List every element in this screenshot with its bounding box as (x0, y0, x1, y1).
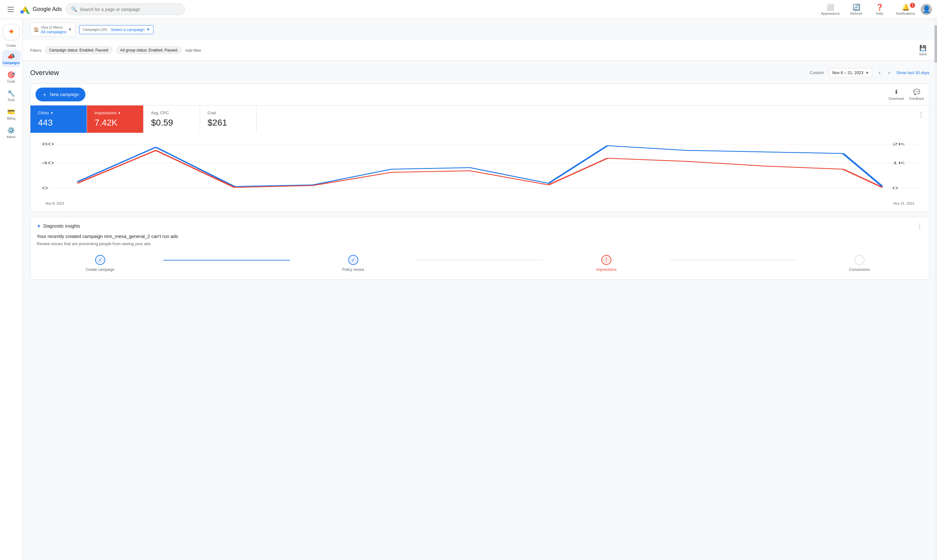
diagnostic-desc: Review issues that are preventing people… (37, 242, 923, 246)
diagnostic-card: ✦ Diagnostic insights ⋮ Your recently cr… (30, 217, 929, 280)
diagnostic-title-row: ✦ Diagnostic insights (37, 223, 80, 229)
custom-label: Custom (810, 70, 824, 75)
billing-icon: 💳 (7, 108, 15, 115)
date-dropdown-arrow-icon: ▼ (865, 71, 869, 75)
sidebar-item-campaigns[interactable]: 📣 Campaigns (2, 50, 21, 67)
chart-end-label: Nov 21, 2023 (894, 202, 914, 205)
date-next-button[interactable]: › (887, 68, 891, 77)
svg-text:2K: 2K (892, 142, 905, 146)
empty-metric (257, 105, 913, 133)
step-create: ✓ Create campaign (37, 255, 163, 272)
diagnostic-headline: Your recently created campaign rem_mesa_… (37, 234, 923, 239)
search-icon: 🔍 (71, 6, 77, 12)
view-dropdown[interactable]: 🏠 View (2 filters) All campaigns ▼ (30, 23, 75, 36)
search-input[interactable] (80, 7, 180, 12)
sidebar-item-goals[interactable]: 🎯 Goals (2, 68, 21, 86)
chart-start-label: Nov 8, 2023 (46, 202, 64, 205)
feedback-icon: 💬 (913, 89, 920, 95)
campaign-dropdown-arrow-icon: ▼ (146, 27, 150, 32)
goals-icon: 🎯 (7, 71, 15, 78)
date-prev-button[interactable]: ‹ (877, 68, 882, 77)
diagnostic-more-button[interactable]: ⋮ (917, 222, 923, 230)
diagnostic-sparkle-icon: ✦ (37, 223, 41, 229)
overview-controls: Custom Nov 8 – 21, 2023 ▼ ‹ › Show last … (810, 68, 929, 77)
svg-text:0: 0 (892, 186, 898, 190)
svg-text:1K: 1K (892, 161, 905, 165)
scrollbar-thumb[interactable] (934, 25, 937, 63)
view-dropdown-arrow-icon: ▼ (68, 27, 72, 32)
clicks-dropdown-icon[interactable]: ▾ (51, 111, 53, 115)
overview-card: ＋ New campaign ⬇ Download 💬 Feedback (30, 83, 929, 212)
top-nav-right: ⬜ Appearance 🔄 Refresh ❓ Help 🔔 1 Notifi… (817, 1, 932, 18)
overview-area: Overview Custom Nov 8 – 21, 2023 ▼ ‹ › S… (23, 61, 937, 287)
metrics-more-button[interactable]: ⋮ (918, 111, 924, 118)
clicks-metric: Clicks ▾ 443 (31, 105, 87, 133)
step-connector-2 (416, 260, 543, 260)
logo[interactable]: Google Ads (20, 5, 62, 14)
avatar[interactable]: 👤 (921, 4, 932, 15)
date-range-dropdown[interactable]: Nov 8 – 21, 2023 ▼ (829, 68, 872, 77)
progress-steps: ✓ Create campaign ✓ Policy review ! Impr… (37, 252, 923, 274)
refresh-button[interactable]: 🔄 Refresh (845, 1, 867, 18)
appearance-icon: ⬜ (826, 3, 834, 11)
chart-container: 80 40 0 2K 1K 0 Nov 8, 2023 Nov 21, 2023 (31, 133, 929, 212)
save-icon: 💾 (919, 45, 926, 51)
admin-icon: ⚙️ (7, 126, 15, 134)
show-30-days-link[interactable]: Show last 30 days (896, 70, 929, 75)
menu-button[interactable] (5, 5, 16, 14)
appearance-button[interactable]: ⬜ Appearance (817, 1, 844, 18)
help-button[interactable]: ❓ Help (869, 1, 891, 18)
sidebar-item-admin[interactable]: ⚙️ Admin (2, 124, 21, 141)
feedback-button[interactable]: 💬 Feedback (909, 89, 924, 100)
campaign-dropdown[interactable]: Campaigns (20) Select a campaign ▼ (79, 25, 154, 34)
metrics-more: ⋮ (913, 105, 929, 133)
step-policy-label: Policy review (342, 268, 364, 272)
create-plus-icon: ✦ (8, 28, 14, 36)
metrics-row: Clicks ▾ 443 Impressions ▾ 7.42K Avg. CP… (31, 105, 929, 133)
filter-bar: Filters Campaign status: Enabled, Paused… (23, 40, 937, 61)
search-box[interactable]: 🔍 (66, 3, 185, 15)
filters-label: Filters (30, 48, 41, 53)
adgroup-status-chip[interactable]: Ad group status: Enabled, Paused (116, 46, 182, 54)
download-button[interactable]: ⬇ Download (889, 89, 904, 100)
step-policy: ✓ Policy review (290, 255, 416, 272)
overview-title: Overview (30, 69, 59, 77)
step-create-circle: ✓ (95, 255, 105, 265)
main-content: 🏠 View (2 filters) All campaigns ▼ Campa… (23, 19, 937, 560)
chart-labels: Nov 8, 2023 Nov 21, 2023 (38, 202, 922, 209)
refresh-icon: 🔄 (852, 3, 860, 11)
step-conversions-circle (854, 255, 865, 265)
step-conversions: Conversions (796, 255, 923, 272)
impressions-dropdown-icon[interactable]: ▾ (118, 111, 120, 115)
bell-icon: 🔔 (902, 3, 910, 11)
diagnostic-body: Your recently created campaign rem_mesa_… (31, 234, 929, 279)
google-ads-logo-icon (20, 5, 30, 14)
step-conversions-label: Conversions (849, 268, 870, 272)
notification-badge: 1 (910, 3, 915, 8)
sidebar-item-tools[interactable]: 🔧 Tools (2, 87, 21, 104)
svg-text:0: 0 (42, 186, 48, 190)
impressions-metric: Impressions ▾ 7.42K (87, 105, 143, 133)
overview-header: Overview Custom Nov 8 – 21, 2023 ▼ ‹ › S… (30, 68, 929, 77)
campaign-status-chip[interactable]: Campaign status: Enabled, Paused (45, 46, 112, 54)
tools-icon: 🔧 (7, 89, 15, 97)
help-icon: ❓ (876, 3, 884, 11)
sidebar: ✦ Create 📣 Campaigns 🎯 Goals 🔧 Tools 💳 B… (0, 19, 23, 560)
save-button[interactable]: 💾 Save (917, 43, 929, 57)
logo-text: Google Ads (33, 6, 62, 12)
create-button[interactable]: ✦ (3, 24, 20, 40)
notifications-button[interactable]: 🔔 1 Notifications (892, 1, 919, 18)
scrollbar (934, 19, 937, 560)
house-icon: 🏠 (34, 27, 39, 32)
step-impressions: ! Impressions (543, 255, 670, 272)
diagnostic-title: Diagnostic insights (43, 223, 80, 229)
new-campaign-button[interactable]: ＋ New campaign (35, 88, 85, 102)
plus-icon: ＋ (42, 91, 48, 98)
svg-text:80: 80 (42, 142, 54, 146)
add-filter-button[interactable]: Add filter (185, 48, 201, 53)
avg-cpc-metric: Avg. CPC $0.59 (143, 105, 200, 133)
performance-chart: 80 40 0 2K 1K 0 (38, 138, 922, 201)
sidebar-item-billing[interactable]: 💳 Billing (2, 105, 21, 123)
svg-point-0 (20, 10, 24, 14)
step-impressions-label: Impressions (596, 268, 617, 272)
